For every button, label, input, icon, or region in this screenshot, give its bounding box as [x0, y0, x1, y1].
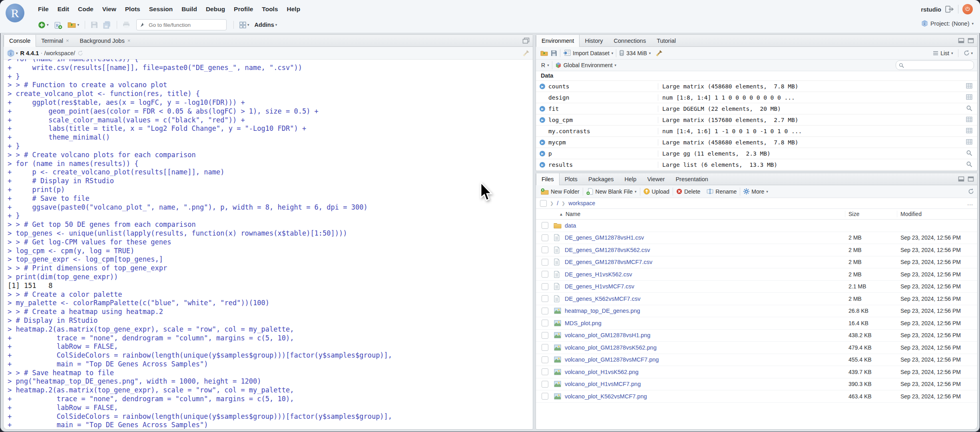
tab-viewer[interactable]: Viewer [642, 173, 670, 185]
select-all-checkbox[interactable] [540, 200, 547, 207]
file-name-link[interactable]: volcano_plot_GM12878vsMCF7.png [565, 356, 845, 363]
file-checkbox[interactable] [542, 246, 548, 253]
object-name-cell[interactable]: ▶p [536, 150, 658, 157]
tab-tutorial[interactable]: Tutorial [651, 35, 681, 46]
file-name-link[interactable]: DE_genes_H1vsMCF7.csv [565, 283, 845, 290]
list-view-button[interactable]: List ▾ [932, 49, 954, 57]
save-all-button[interactable] [102, 20, 112, 30]
language-selector[interactable]: R▾ [539, 61, 550, 69]
clear-console-icon[interactable] [522, 50, 530, 57]
file-checkbox[interactable] [542, 308, 548, 314]
close-icon[interactable]: × [127, 38, 131, 43]
new-project-button[interactable] [53, 20, 64, 30]
view-table-icon[interactable] [966, 83, 972, 89]
view-table-icon[interactable] [966, 116, 972, 122]
environment-object-row[interactable]: ▶countsLarge matrix (458680 elements, 7.… [536, 81, 977, 92]
save-workspace-button[interactable] [550, 49, 558, 57]
project-selector[interactable]: Project: (None) ▾ [921, 20, 974, 27]
inspect-object-icon[interactable] [966, 161, 972, 167]
breadcrumb-overflow-button[interactable]: ... [967, 200, 973, 206]
environment-object-row[interactable]: ▶log_cpmLarge matrix (157680 elements, 2… [536, 114, 977, 126]
menu-tools[interactable]: Tools [257, 3, 282, 15]
expand-arrow-icon[interactable]: ▶ [540, 106, 545, 112]
chevron-down-icon[interactable]: ▾ [16, 51, 18, 55]
environment-object-row[interactable]: ▶pLarge gg (11 elements, 2.3 MB) [536, 148, 977, 159]
load-workspace-button[interactable] [539, 49, 550, 57]
refresh-environment-button[interactable]: ▾ [962, 49, 974, 57]
menu-build[interactable]: Build [177, 3, 201, 15]
new-file-button[interactable]: ▾ [37, 20, 50, 30]
file-name-link[interactable]: volcano_plot_GM12878vsK562.png [565, 344, 845, 351]
file-name-link[interactable]: DE_genes_GM12878vsK562.csv [565, 247, 845, 253]
tab-connections[interactable]: Connections [609, 35, 652, 46]
menu-debug[interactable]: Debug [201, 3, 229, 15]
view-table-icon[interactable] [966, 128, 972, 134]
tab-help[interactable]: Help [619, 173, 642, 185]
menu-edit[interactable]: Edit [53, 3, 74, 15]
minimize-pane-icon[interactable] [958, 176, 964, 182]
environment-object-row[interactable]: ▶fitLarge DGEGLM (22 elements, 20 MB) [536, 103, 977, 114]
file-checkbox[interactable] [542, 222, 548, 229]
file-name-link[interactable]: DE_genes_H1vsK562.csv [565, 271, 845, 278]
maximize-pane-icon[interactable] [522, 38, 530, 44]
chevron-down-icon[interactable]: ▾ [78, 23, 80, 27]
object-name-cell[interactable]: ▶mycpm [536, 139, 658, 146]
file-checkbox[interactable] [542, 393, 548, 400]
memory-usage-button[interactable]: 334 MiB ▾ [618, 49, 652, 57]
file-checkbox[interactable] [542, 234, 548, 241]
environment-search[interactable] [896, 60, 974, 70]
tab-packages[interactable]: Packages [583, 173, 619, 185]
quit-session-icon[interactable]: ⏻ [962, 4, 973, 14]
save-button[interactable] [90, 20, 99, 29]
chevron-down-icon[interactable]: ▾ [247, 23, 249, 27]
file-name-link[interactable]: volcano_plot_K562vsMCF7.png [565, 393, 845, 400]
inspect-object-icon[interactable] [966, 150, 972, 156]
file-name-link[interactable]: DE_genes_K562vsMCF7.csv [565, 296, 845, 302]
file-row[interactable]: data [536, 220, 977, 232]
maximize-pane-icon[interactable] [968, 176, 974, 182]
goto-file-input[interactable] [148, 22, 213, 28]
chevron-down-icon[interactable]: ▾ [47, 23, 49, 27]
file-checkbox[interactable] [542, 332, 548, 339]
environment-object-row[interactable]: ▶my.contrastsnum [1:4, 1:6] 1 -1 0 0 1 0… [536, 126, 977, 137]
expand-arrow-icon[interactable]: ▶ [540, 140, 545, 145]
file-checkbox[interactable] [542, 344, 548, 351]
object-name-cell[interactable]: ▶log_cpm [536, 117, 658, 123]
file-row[interactable]: DE_genes_GM12878vsMCF7.csv2 MBSep 23, 20… [536, 256, 977, 269]
maximize-pane-icon[interactable] [968, 38, 974, 43]
tab-background-jobs[interactable]: Background Jobs× [75, 35, 136, 46]
sign-out-icon[interactable] [945, 6, 954, 13]
file-checkbox[interactable] [542, 320, 548, 326]
more-button[interactable]: More▾ [742, 188, 769, 195]
file-row[interactable]: volcano_plot_H1vsK562.png439.7 KBSep 23,… [536, 366, 977, 378]
file-name-link[interactable]: MDS_plot.png [565, 320, 845, 326]
tab-plots[interactable]: Plots [560, 173, 583, 185]
new-blank-file-button[interactable]: New Blank File▾ [585, 188, 638, 195]
new-folder-button[interactable]: New Folder [539, 188, 581, 195]
file-row[interactable]: volcano_plot_GM12878vsK562.png479.4 KBSe… [536, 342, 977, 354]
expand-arrow-icon[interactable]: ▶ [540, 117, 545, 123]
file-name-link[interactable]: DE_genes_GM12878vsMCF7.csv [565, 259, 845, 265]
file-name-link[interactable]: data [565, 222, 845, 229]
refresh-files-icon[interactable] [968, 188, 974, 194]
file-row[interactable]: DE_genes_GM12878vsK562.csv2 MBSep 23, 20… [536, 244, 977, 256]
file-row[interactable]: DE_genes_H1vsMCF7.csv2.1 MBSep 23, 2024,… [536, 281, 977, 293]
view-table-icon[interactable] [966, 139, 972, 145]
tab-environment[interactable]: Environment [536, 35, 580, 47]
breadcrumb-root-link[interactable]: / [557, 200, 558, 206]
file-checkbox[interactable] [542, 295, 548, 302]
expand-arrow-icon[interactable]: ▶ [540, 84, 545, 89]
tab-history[interactable]: History [580, 35, 608, 46]
file-row[interactable]: DE_genes_H1vsK562.csv2 MBSep 23, 2024, 1… [536, 268, 977, 281]
tab-terminal[interactable]: Terminal× [36, 35, 74, 46]
column-header-name[interactable]: ▲Name [536, 211, 845, 217]
close-icon[interactable]: × [66, 38, 69, 43]
environment-object-row[interactable]: ▶designnum [1:8, 1:4] 1 1 0 0 0 0 0 0 0 … [536, 92, 977, 103]
environment-search-input[interactable] [906, 62, 964, 69]
file-name-link[interactable]: heatmap_top_DE_genes.png [565, 308, 845, 314]
addins-button[interactable]: Addins▾ [253, 21, 279, 29]
file-name-link[interactable]: volcano_plot_GM12878vsH1.png [565, 332, 845, 338]
file-checkbox[interactable] [542, 271, 548, 278]
object-name-cell[interactable]: ▶results [536, 162, 658, 168]
file-row[interactable]: volcano_plot_GM12878vsH1.png438.2 KBSep … [536, 330, 977, 342]
